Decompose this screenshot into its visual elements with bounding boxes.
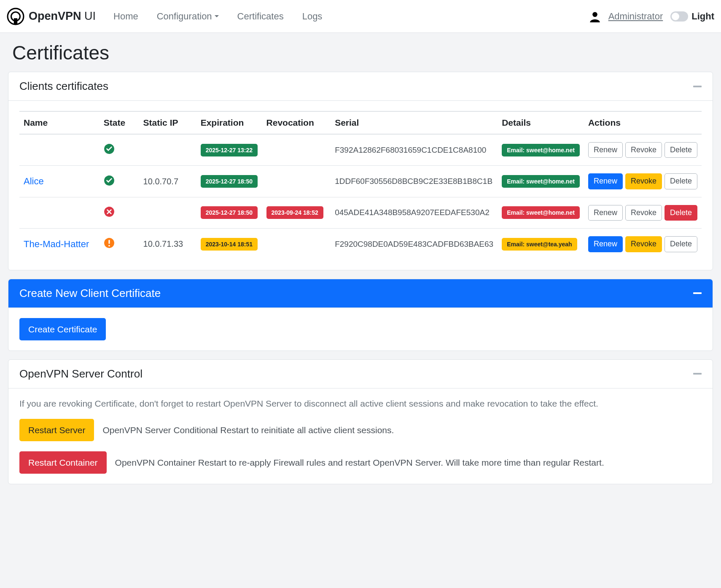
nav-links: Home Configuration Certificates Logs <box>106 7 589 26</box>
svg-point-2 <box>592 12 597 17</box>
revoke-button[interactable]: Revoke <box>625 173 662 189</box>
static-ip: 10.0.70.7 <box>139 166 196 197</box>
create-certificate-button[interactable]: Create Certificate <box>19 318 106 340</box>
page-title: Certificates <box>8 33 713 72</box>
cert-name-link[interactable]: Alice <box>24 176 44 186</box>
th-actions: Actions <box>584 111 702 134</box>
serial-value: 1DDF60F30556D8BCB9C2E33E8B1B8C1B <box>331 166 498 197</box>
openvpn-logo-icon <box>7 8 24 25</box>
server-control-header: OpenVPN Server Control <box>8 360 713 388</box>
collapse-icon[interactable] <box>693 86 702 87</box>
revoke-button[interactable]: Revoke <box>625 205 662 221</box>
restart-container-desc: OpenVPN Container Restart to re-apply Fi… <box>115 458 604 468</box>
renew-button[interactable]: Renew <box>588 205 623 221</box>
server-control-intro: If you are revoking Certificate, don't f… <box>19 399 702 409</box>
svg-point-8 <box>108 245 110 247</box>
expiration-badge: 2023-10-14 18:51 <box>201 238 258 251</box>
clients-card-header: Clients certificates <box>8 72 713 101</box>
nav-home[interactable]: Home <box>106 7 146 26</box>
delete-button[interactable]: Delete <box>665 236 697 252</box>
th-expiration: Expiration <box>196 111 262 134</box>
revoke-button[interactable]: Revoke <box>625 142 662 158</box>
renew-button[interactable]: Renew <box>588 236 623 252</box>
static-ip <box>139 134 196 166</box>
theme-switch[interactable] <box>670 11 688 22</box>
table-row: Alice10.0.70.72025-12-27 18:501DDF60F305… <box>19 166 702 197</box>
nav-certificates[interactable]: Certificates <box>230 7 291 26</box>
create-card-header: Create New Client Certificate <box>8 279 713 308</box>
server-control-title: OpenVPN Server Control <box>19 367 143 380</box>
create-card: Create New Client Certificate Create Cer… <box>8 279 713 351</box>
clients-card: Clients certificates Name State Static I… <box>8 72 713 270</box>
state-revoked-icon <box>104 206 115 217</box>
brand-name-light: UI <box>81 10 96 22</box>
details-badge: Email: sweet@home.net <box>502 175 580 188</box>
create-card-title: Create New Client Certificate <box>19 287 161 300</box>
restart-container-button[interactable]: Restart Container <box>19 451 107 474</box>
static-ip: 10.0.71.33 <box>139 229 196 260</box>
cert-name-link[interactable]: The-Mad-Hatter <box>24 239 89 249</box>
delete-button[interactable]: Delete <box>665 173 697 189</box>
th-state: State <box>100 111 139 134</box>
nav-configuration[interactable]: Configuration <box>149 7 226 26</box>
navbar: OpenVPN UI Home Configuration Certificat… <box>0 0 721 33</box>
serial-value: F2920C98DE0AD59E483CADFBD63BAE63 <box>331 229 498 260</box>
revocation-badge: 2023-09-24 18:52 <box>266 206 323 219</box>
th-revocation: Revocation <box>262 111 331 134</box>
th-static-ip: Static IP <box>139 111 196 134</box>
svg-rect-7 <box>108 240 110 244</box>
table-row: The-Mad-Hatter10.0.71.332023-10-14 18:51… <box>19 229 702 260</box>
clients-card-title: Clients certificates <box>19 80 108 93</box>
th-name: Name <box>19 111 100 134</box>
brand-link[interactable]: OpenVPN UI <box>7 8 96 25</box>
user-name-link[interactable]: Administrator <box>608 11 663 22</box>
th-serial: Serial <box>331 111 498 134</box>
restart-server-desc: OpenVPN Server Conditional Restart to re… <box>102 425 394 435</box>
state-valid-icon <box>104 143 115 154</box>
collapse-icon[interactable] <box>693 292 702 294</box>
brand-name-bold: OpenVPN <box>29 10 81 22</box>
restart-server-button[interactable]: Restart Server <box>19 419 94 441</box>
server-control-card: OpenVPN Server Control If you are revoki… <box>8 359 713 485</box>
state-expiring-icon <box>104 237 115 248</box>
theme-label: Light <box>691 11 714 22</box>
table-row: 2025-12-27 18:502023-09-24 18:52045ADE41… <box>19 197 702 228</box>
expiration-badge: 2025-12-27 18:50 <box>201 175 258 188</box>
collapse-icon[interactable] <box>693 373 702 375</box>
delete-button[interactable]: Delete <box>665 142 697 158</box>
delete-button[interactable]: Delete <box>665 205 697 221</box>
details-badge: Email: sweet@tea.yeah <box>502 238 577 251</box>
expiration-badge: 2025-12-27 13:22 <box>201 144 258 156</box>
static-ip <box>139 197 196 228</box>
renew-button[interactable]: Renew <box>588 142 623 158</box>
serial-value: F392A12862F68031659C1CDE1C8A8100 <box>331 134 498 166</box>
certificates-table: Name State Static IP Expiration Revocati… <box>19 111 702 260</box>
state-valid-icon <box>104 175 115 186</box>
serial-value: 045ADE41A348B958A9207EEDAFE530A2 <box>331 197 498 228</box>
theme-toggle: Light <box>670 11 714 22</box>
th-details: Details <box>498 111 584 134</box>
revoke-button[interactable]: Revoke <box>625 236 662 252</box>
details-badge: Email: sweet@home.net <box>502 144 580 156</box>
details-badge: Email: sweet@home.net <box>502 206 580 219</box>
renew-button[interactable]: Renew <box>588 173 623 189</box>
nav-right: Administrator Light <box>589 11 714 22</box>
table-row: 2025-12-27 13:22F392A12862F68031659C1CDE… <box>19 134 702 166</box>
user-icon <box>589 11 601 22</box>
nav-logs[interactable]: Logs <box>295 7 330 26</box>
expiration-badge: 2025-12-27 18:50 <box>201 206 258 219</box>
